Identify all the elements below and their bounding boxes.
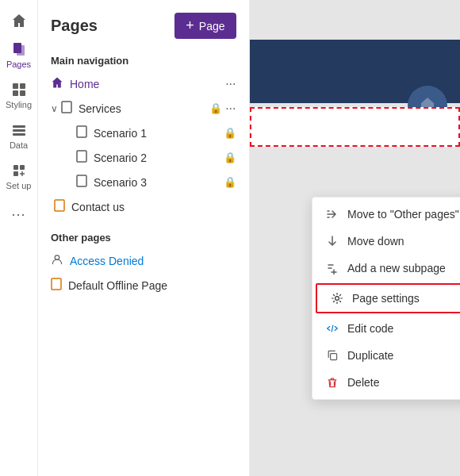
services-chevron: ∨ (51, 103, 58, 114)
home-icon (51, 76, 63, 91)
gear-icon (330, 291, 344, 305)
sidebar-item-data-label: Data (10, 140, 28, 150)
svg-point-21 (335, 297, 339, 301)
svg-rect-3 (20, 83, 25, 89)
context-menu-move-to-other[interactable]: Move to "Other pages" (312, 201, 460, 228)
nav-default-offline-label: Default Offline Page (68, 279, 236, 292)
context-menu-page-settings[interactable]: Page settings (316, 283, 460, 313)
nav-home-label: Home (70, 78, 222, 90)
home-more-icon[interactable]: ··· (225, 77, 236, 91)
sidebar-item-more[interactable]: ... (0, 197, 37, 226)
scenario3-lock-icon: 🔒 (224, 176, 236, 188)
svg-rect-1 (17, 45, 25, 56)
duplicate-icon (325, 348, 339, 363)
other-pages-section-title: Other pages (38, 225, 249, 248)
main-panel: Pages + Page Main navigation Home ··· ∨ … (38, 0, 250, 476)
svg-rect-18 (55, 200, 64, 211)
sidebar-item-styling[interactable]: Styling (0, 75, 37, 116)
pages-header: Pages + Page (38, 0, 249, 48)
nav-scenario1-label: Scenario 1 (94, 127, 220, 140)
nav-item-scenario1[interactable]: Scenario 1 🔒 (51, 121, 249, 145)
sidebar-item-more-label: ... (11, 203, 25, 220)
sidebar-item-pages-label: Pages (6, 60, 31, 69)
services-sub-items: Scenario 1 🔒 Scenario 2 🔒 Scenario 3 🔒 (38, 121, 249, 194)
add-page-button[interactable]: + Page (174, 13, 236, 39)
sidebar-item-setup-label: Set up (6, 181, 32, 190)
svg-rect-5 (20, 90, 25, 96)
sidebar-item-styling-label: Styling (6, 100, 32, 109)
scenario1-icon (76, 125, 87, 140)
svg-rect-14 (62, 102, 71, 113)
nav-access-denied-label: Access Denied (70, 255, 236, 267)
context-menu-delete[interactable]: Delete (312, 369, 460, 396)
sidebar-item-data[interactable]: Data (0, 116, 37, 156)
nav-item-home[interactable]: Home ··· (38, 71, 249, 96)
plus-icon: + (186, 17, 194, 34)
page-title: Pages (51, 17, 98, 35)
nav-scenario2-label: Scenario 2 (94, 152, 220, 164)
nav-scenario3-label: Scenario 3 (94, 176, 220, 189)
canvas-red-dashed-block (250, 107, 461, 147)
duplicate-label: Duplicate (347, 349, 393, 362)
nav-item-access-denied[interactable]: Access Denied (38, 248, 249, 273)
svg-rect-8 (13, 133, 25, 136)
scenario2-lock-icon: 🔒 (224, 152, 236, 163)
page-settings-label: Page settings (352, 292, 420, 305)
move-to-other-label: Move to "Other pages" (347, 208, 459, 221)
svg-rect-22 (331, 354, 337, 360)
context-menu-add-subpage[interactable]: Add a new subpage (312, 255, 460, 282)
contact-page-icon (54, 199, 65, 214)
sidebar-item-home[interactable] (0, 6, 37, 35)
edit-code-label: Edit code (347, 322, 393, 335)
context-menu-duplicate[interactable]: Duplicate (312, 342, 460, 369)
services-more-icon[interactable]: ··· (225, 102, 236, 116)
sidebar-item-setup[interactable]: Set up (0, 156, 37, 197)
add-subpage-label: Add a new subpage (347, 262, 446, 274)
svg-rect-10 (20, 165, 25, 170)
services-page-icon (61, 101, 72, 116)
main-nav-section-title: Main navigation (38, 48, 249, 71)
svg-rect-7 (13, 129, 25, 132)
access-denied-icon (51, 253, 63, 268)
svg-rect-4 (13, 90, 18, 96)
svg-rect-15 (77, 126, 86, 137)
edit-code-icon (325, 321, 339, 336)
context-menu-move-down[interactable]: Move down (312, 228, 460, 255)
services-lock-icon: 🔒 (209, 102, 222, 114)
nav-item-scenario2[interactable]: Scenario 2 🔒 (51, 145, 249, 170)
nav-item-default-offline[interactable]: Default Offline Page (38, 273, 249, 298)
move-to-other-icon (325, 207, 339, 221)
scenario1-lock-icon: 🔒 (224, 127, 236, 139)
svg-rect-17 (77, 175, 86, 186)
scenario3-icon (76, 175, 87, 190)
canvas-blue-header (250, 40, 461, 103)
delete-label: Delete (347, 376, 379, 389)
delete-icon (325, 375, 339, 390)
sidebar: Pages Styling Data Set up ... (0, 0, 38, 476)
nav-item-contact[interactable]: Contact us (38, 194, 249, 219)
add-subpage-icon (325, 261, 339, 275)
move-down-icon (325, 234, 339, 248)
move-down-label: Move down (347, 235, 404, 248)
sidebar-item-pages[interactable]: Pages (0, 35, 37, 75)
svg-rect-16 (77, 151, 86, 162)
default-offline-icon (51, 278, 62, 293)
add-page-label: Page (199, 20, 225, 33)
context-menu-edit-code[interactable]: Edit code (312, 315, 460, 342)
svg-rect-2 (13, 83, 18, 89)
context-menu: Move to "Other pages" Move down Add a ne… (312, 197, 460, 400)
nav-item-scenario3[interactable]: Scenario 3 🔒 (51, 170, 249, 194)
svg-rect-9 (13, 165, 18, 170)
nav-services-label: Services (79, 102, 206, 115)
nav-item-services[interactable]: ∨ Services 🔒 ··· (38, 96, 249, 121)
scenario2-icon (76, 150, 87, 165)
svg-rect-20 (52, 278, 61, 290)
nav-contact-label: Contact us (71, 201, 236, 213)
svg-rect-11 (13, 171, 18, 176)
svg-rect-6 (13, 125, 25, 128)
